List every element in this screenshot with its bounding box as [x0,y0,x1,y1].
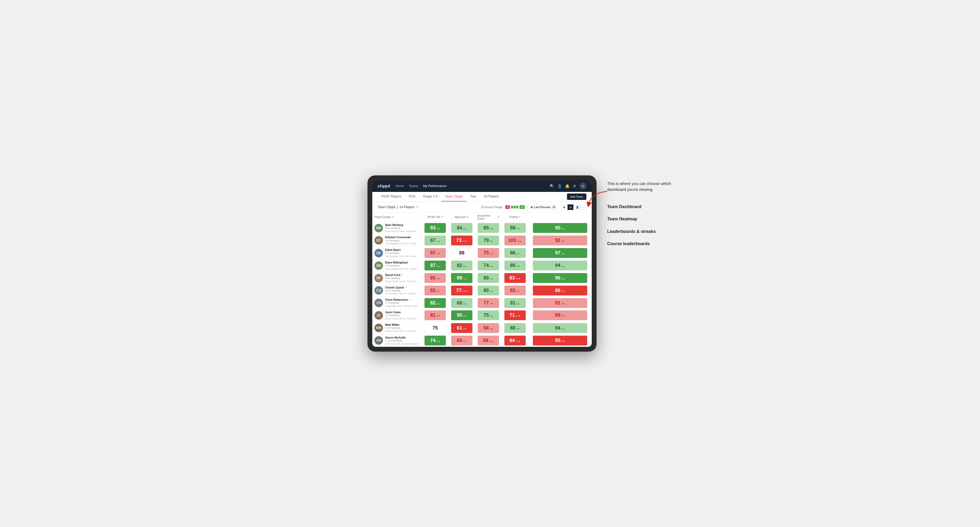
score-cell-9-3[interactable]: 84 21▲ [502,334,528,347]
score-cell-2-1[interactable]: 88 [449,247,475,259]
score-cell-6-3[interactable]: 81 4▲ [502,297,528,309]
last-rounds-button[interactable]: ⊞ Last Rounds: 20 [528,204,558,210]
score-cell-5-0[interactable]: 83 3▼ [422,284,449,297]
score-cell-5-1[interactable]: 77 14▼ [449,284,475,297]
subnav-pgat[interactable]: PGAT Players [378,192,405,202]
score-box: 81 4▲ [504,298,525,308]
table-row[interactable]: JC Josh Coles 1-5 Handicap Royal North D… [372,309,592,322]
user-avatar[interactable]: U [579,183,586,189]
score-cell-8-2[interactable]: 58 4▲ [475,322,502,334]
player-club: Sunningdale Golf Club, United Kingdom [385,242,420,245]
table-row[interactable]: EE Elliot Ebert 1-5 Handicap Sunningdale… [372,247,592,259]
score-cell-8-4[interactable]: 94 3▲ [528,322,592,334]
nav-link-home[interactable]: Home [396,184,404,188]
search-icon[interactable]: 🔍 [550,184,554,188]
score-change: 3▲ [490,277,493,280]
score-main: 58 [484,325,489,331]
score-box: 83 10▼ [504,273,525,283]
score-cell-9-1[interactable]: 60 1▼ [449,334,475,347]
view-grid-button[interactable]: ⊞ [561,205,567,210]
view-list-button[interactable]: ⊟ [568,205,573,210]
score-cell-7-2[interactable]: 75 2▲ [475,309,502,322]
score-cell-3-0[interactable]: 87 4▲ [422,259,449,272]
settings-icon[interactable]: ⚙ [573,184,576,188]
score-cell-1-0[interactable]: 87 1▲ [422,234,449,247]
bar-negative: -5 [505,205,510,209]
table-row[interactable]: CQ Charlie Quick ✓ 6-10 Handicap St. Geo… [372,284,592,297]
score-cell-2-3[interactable]: 86 6▼ [502,247,528,259]
score-cell-0-2[interactable]: 85 8▲ [475,222,502,234]
subnav-pga[interactable]: PGA [405,192,419,202]
score-cell-6-2[interactable]: 77 3▼ [475,297,502,309]
score-cell-0-3[interactable]: 88 1▼ [502,222,528,234]
score-box: 95 9▲ [533,223,587,233]
subnav-tour[interactable]: Tour [466,192,480,202]
subnav-teamclippd[interactable]: Team Clippd [441,192,466,202]
user-icon[interactable]: 👤 [557,184,562,188]
table-row[interactable]: BM Blair McHarg Plus Handicap Royal Nort… [372,222,592,234]
score-cell-4-3[interactable]: 83 10▼ [502,272,528,284]
score-cell-0-0[interactable]: 93 4▲ [422,222,449,234]
col-header-putting: Putting ▼ [502,213,528,222]
view-toggle: ⊞ ⊟ 👤 ↓ [561,205,586,210]
view-user-button[interactable]: 👤 [574,205,581,210]
table-row[interactable]: DF David Ford ✓ Plus Handicap Royal Nort… [372,272,592,284]
table-row[interactable]: EC Edward Crossman 1-5 Handicap Sunningd… [372,234,592,247]
score-cell-6-4[interactable]: 91 3▼ [528,297,592,309]
score-cell-7-0[interactable]: 81 3▼ [422,309,449,322]
score-cell-3-3[interactable]: 85 3▼ [502,259,528,272]
score-cell-7-3[interactable]: 71 11▼ [502,309,528,322]
score-cell-9-0[interactable]: 74 8▲ [422,334,449,347]
score-cell-6-0[interactable]: 82 3▲ [422,297,449,309]
score-cell-6-1[interactable]: 60 2▲ [449,297,475,309]
score-cell-1-4[interactable]: 92 3▼ [528,234,592,247]
score-cell-3-2[interactable]: 74 1▲ [475,259,502,272]
score-cell-4-1[interactable]: 89 7▲ [449,272,475,284]
table-row[interactable]: CR Chris Robertson ✓ 1-5 Handicap Craigm… [372,297,592,309]
tablet-frame: clippd Home Teams My Performance 🔍 👤 🔔 ⚙… [368,175,597,352]
subnav-allplayers[interactable]: All Players [480,192,503,202]
sort-arrow-aroundgreen: ▼ [498,216,500,218]
score-cell-3-4[interactable]: 94 1▲ [528,259,592,272]
score-cell-5-4[interactable]: 86 8▼ [528,284,592,297]
player-info: Matt Miller 6-10 Handicap Woburn Golf Cl… [385,323,420,333]
nav-link-myperformance[interactable]: My Performance [423,184,447,188]
subnav-hcaps[interactable]: Hcaps 1-5 [419,192,441,202]
score-cell-0-1[interactable]: 84 6▲ [449,222,475,234]
table-row[interactable]: AN Aaron Nicholls 11-15 Handicap Drift G… [372,334,592,347]
score-box: 84 6▲ [451,223,472,233]
bar-positive: +5 [520,205,525,209]
add-team-button[interactable]: Add Team [567,194,586,200]
score-box: 60 1▼ [451,336,472,346]
score-cell-8-1[interactable]: 61 3▼ [449,322,475,334]
score-cell-4-2[interactable]: 80 3▲ [475,272,502,284]
nav-link-teams[interactable]: Teams [409,184,418,188]
score-cell-9-4[interactable]: 85 4▼ [528,334,592,347]
score-cell-8-0[interactable]: 75 [422,322,449,334]
score-cell-1-2[interactable]: 79 9▲ [475,234,502,247]
score-cell-1-1[interactable]: 73 11▼ [449,234,475,247]
score-cell-8-3[interactable]: 88 2▼ [502,322,528,334]
score-cell-2-2[interactable]: 75 3▼ [475,247,502,259]
bell-icon[interactable]: 🔔 [565,184,570,188]
score-change: 3▼ [436,314,440,317]
score-cell-2-0[interactable]: 87 3▼ [422,247,449,259]
score-cell-0-4[interactable]: 95 9▲ [528,222,592,234]
score-cell-3-1[interactable]: 82 4▲ [449,259,475,272]
player-club: Royal North Devon Golf Club, United King… [385,317,420,321]
score-cell-4-4[interactable]: 96 3▲ [528,272,592,284]
score-cell-5-3[interactable]: 83 6▼ [502,284,528,297]
edit-icon[interactable]: ✎ [416,205,418,209]
score-cell-7-1[interactable]: 95 8▲ [449,309,475,322]
score-main: 103 [508,238,516,243]
table-row[interactable]: DB Dave Billingham 1-5 Handicap Gog Mago… [372,259,592,272]
score-cell-5-2[interactable]: 80 1▲ [475,284,502,297]
score-cell-4-0[interactable]: 85 3▼ [422,272,449,284]
score-box: 88 [451,248,472,258]
table-row[interactable]: MM Matt Miller 6-10 Handicap Woburn Golf… [372,322,592,334]
sort-arrow-approach: ▼ [467,216,469,218]
score-cell-2-4[interactable]: 97 5▲ [528,247,592,259]
score-cell-1-3[interactable]: 103 15▲ [502,234,528,247]
score-cell-9-2[interactable]: 58 10▲ [475,334,502,347]
score-cell-7-4[interactable]: 89 2▼ [528,309,592,322]
